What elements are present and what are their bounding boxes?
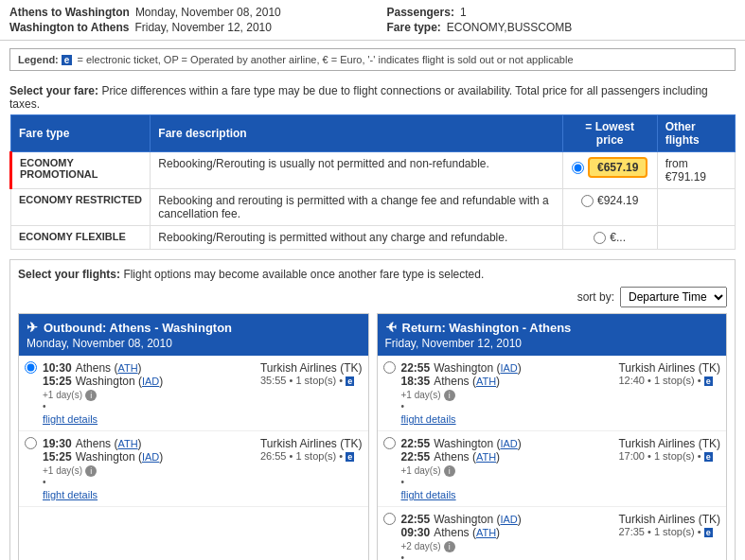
r-arrive-code-link-1[interactable]: ATH	[476, 376, 496, 387]
r-depart-airport-3: Washington (IAD)	[434, 513, 522, 526]
outbound-airline-1: Turkish Airlines (TK) 35:55 • 1 stop(s) …	[260, 361, 363, 386]
return-title: Return: Washington - Athens	[402, 321, 572, 335]
fare-other-promotional: from €791.19	[657, 152, 735, 189]
fare-name-restricted: ECONOMY RESTRICTED	[11, 189, 151, 226]
fare-row-flexible: ECONOMY FLEXIBLE Rebooking/Rerouting is …	[11, 226, 736, 250]
route1-date: Monday, November 08, 2010	[135, 6, 281, 19]
info-icon-1[interactable]: i	[85, 390, 97, 401]
arrive-code-link-2[interactable]: IAD	[142, 451, 159, 463]
outbound-radio-1[interactable]	[25, 361, 37, 374]
depart-code-link-2[interactable]: ATH	[117, 438, 137, 449]
info-icon-2[interactable]: i	[85, 465, 97, 477]
sort-row: sort by: Departure Time Arrival Time Dur…	[18, 287, 727, 307]
r-info-icon-3[interactable]: i	[444, 541, 455, 552]
route2-label: Washington to Athens	[9, 21, 129, 34]
outbound-flight-2-info: 19:30 Athens (ATH) 15:25 Washington (IAD…	[43, 437, 255, 500]
sort-label: sort by:	[577, 290, 614, 304]
outbound-header: ✈ Outbound: Athens - Washington Monday, …	[19, 314, 368, 356]
r-arrive-time-3: 09:30	[401, 526, 431, 539]
r-depart-time-1: 22:55	[401, 361, 431, 375]
select-fare-text: Select your fare: Price differences with…	[0, 79, 745, 114]
flights-section: Select your flights: Flight options may …	[9, 259, 736, 560]
col-fare-type: Fare type	[11, 115, 151, 152]
return-flight-1-info: 22:55 Washington (IAD) 18:35 Athens (ATH…	[401, 361, 613, 425]
outbound-panel: ✈ Outbound: Athens - Washington Monday, …	[18, 313, 369, 560]
return-flight-3: 22:55 Washington (IAD) 09:30 Athens (ATH…	[378, 507, 727, 560]
fare-price-value-restricted: €924.19	[597, 194, 638, 207]
r-info-icon-1[interactable]: i	[444, 390, 455, 401]
r-arrive-airport-3: Athens (ATH)	[434, 526, 500, 539]
return-radio-1[interactable]	[383, 361, 396, 374]
select-flights-label: Select your flights:	[18, 268, 120, 281]
return-plane-icon: ✈	[385, 320, 397, 335]
r-depart-code-link-1[interactable]: IAD	[500, 362, 517, 374]
arrive-code-link-1[interactable]: IAD	[142, 376, 159, 387]
r-depart-code-link-3[interactable]: IAD	[500, 514, 517, 525]
return-radio-3[interactable]	[383, 513, 396, 525]
fare-price-value-promotional: €657.19	[588, 157, 647, 178]
fare-price-restricted[interactable]: €924.19	[562, 189, 657, 226]
route1-label: Athens to Washington	[9, 6, 130, 19]
col-fare-description: Fare description	[151, 115, 562, 152]
route2-date: Friday, November 12, 2010	[134, 21, 272, 34]
fare-radio-flexible[interactable]	[594, 232, 606, 244]
fare-desc-flexible: Rebooking/Rerouting is permitted without…	[151, 226, 562, 250]
outbound-flight-1-info: 10:30 Athens (ATH) 15:25 Washington (IAD…	[43, 361, 255, 425]
fare-price-flexible[interactable]: €...	[562, 226, 657, 250]
fare-name-flexible: ECONOMY FLEXIBLE	[11, 226, 151, 250]
sort-select[interactable]: Departure Time Arrival Time Duration Pri…	[620, 287, 727, 307]
outbound-date: Monday, November 08, 2010	[27, 337, 361, 350]
r-plus-day-3: +2 day(s)	[401, 541, 441, 551]
select-fare-label: Select your fare:	[9, 84, 98, 97]
r-depart-airport-1: Washington (IAD)	[434, 361, 522, 375]
return-flight-2-info: 22:55 Washington (IAD) 22:55 Athens (ATH…	[401, 437, 613, 500]
r-arrive-code-link-2[interactable]: ATH	[476, 451, 496, 463]
fare-radio-promotional[interactable]	[572, 162, 584, 174]
outbound-airline-2: Turkish Airlines (TK) 26:55 • 1 stop(s) …	[260, 437, 363, 462]
arrive-time-2: 15:25	[43, 450, 72, 464]
legend-label: Legend:	[18, 54, 59, 65]
col-other-flights: Other flights	[657, 115, 735, 152]
flight-details-link-2[interactable]: flight details	[43, 489, 255, 500]
passengers-label: Passengers:	[387, 6, 454, 19]
fare-type-value: ECONOMY,BUSSCOMB	[447, 21, 572, 34]
depart-time-2: 19:30	[43, 437, 72, 450]
fare-desc-restricted: Rebooking and rerouting is permitted wit…	[151, 189, 562, 226]
depart-airport-2: Athens (ATH)	[76, 437, 142, 450]
flights-grid: ✈ Outbound: Athens - Washington Monday, …	[18, 313, 727, 560]
r-arrive-time-1: 18:35	[401, 375, 431, 388]
r-arrive-code-link-3[interactable]: ATH	[476, 527, 496, 538]
r-depart-code-link-2[interactable]: IAD	[500, 438, 517, 449]
r-arrive-time-2: 22:55	[401, 450, 431, 464]
select-fare-description: Price differences within a fare type may…	[9, 84, 708, 111]
outbound-flight-1: 10:30 Athens (ATH) 15:25 Washington (IAD…	[19, 356, 368, 431]
r-depart-time-3: 22:55	[401, 513, 431, 526]
return-panel: ✈ Return: Washington - Athens Friday, No…	[377, 313, 728, 560]
fare-table: Fare type Fare description = Lowest pric…	[9, 114, 736, 250]
depart-code-link-1[interactable]: ATH	[117, 362, 137, 374]
fare-name-promotional: ECONOMY PROMOTIONAL	[11, 152, 151, 189]
e-badge-2: e	[346, 452, 354, 462]
return-radio-2[interactable]	[383, 437, 396, 449]
fare-type-label: Fare type:	[387, 21, 441, 34]
r-info-icon-2[interactable]: i	[444, 465, 455, 477]
fare-radio-restricted[interactable]	[581, 195, 594, 207]
outbound-radio-2[interactable]	[25, 437, 37, 449]
fare-price-promotional[interactable]: €657.19	[562, 152, 657, 189]
return-date: Friday, November 12, 2010	[385, 337, 719, 350]
fare-row-restricted: ECONOMY RESTRICTED Rebooking and rerouti…	[11, 189, 736, 226]
return-flight-2: 22:55 Washington (IAD) 22:55 Athens (ATH…	[378, 431, 727, 507]
flight-details-link-1[interactable]: flight details	[43, 413, 255, 425]
col-lowest-price: = Lowest price	[562, 115, 657, 152]
r-e-badge-2: e	[704, 452, 713, 462]
legend-section: Legend: e = electronic ticket, OP = Oper…	[9, 48, 736, 71]
r-bullet-3: •	[401, 552, 613, 560]
fare-other-restricted	[657, 189, 735, 226]
arrive-airport-2: Washington (IAD)	[76, 450, 164, 464]
r-flight-details-link-1[interactable]: flight details	[401, 413, 613, 425]
fare-row-promotional: ECONOMY PROMOTIONAL Rebooking/Rerouting …	[11, 152, 736, 189]
legend-text: = electronic ticket, OP = Operated by an…	[77, 54, 573, 65]
outbound-title: Outbound: Athens - Washington	[44, 321, 232, 335]
r-flight-details-link-2[interactable]: flight details	[401, 489, 613, 500]
r-depart-time-2: 22:55	[401, 437, 431, 450]
